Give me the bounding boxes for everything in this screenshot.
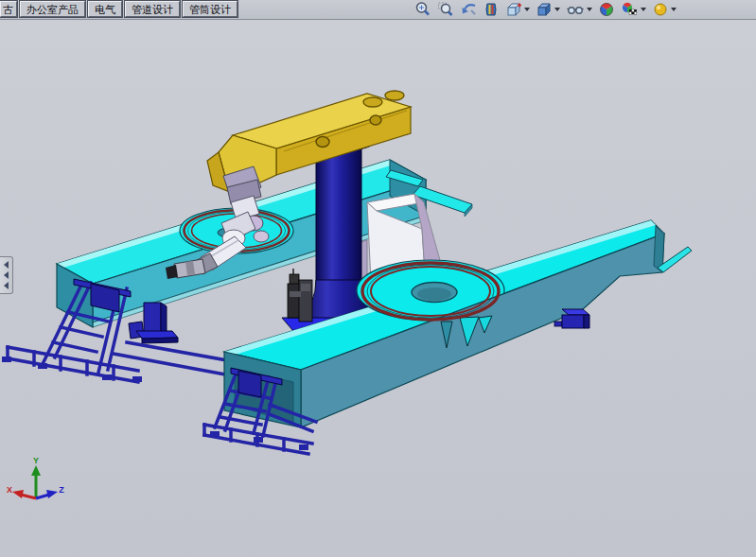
triad-y-label: Y: [33, 456, 39, 465]
column-control-device[interactable]: [288, 269, 312, 322]
apply-scene-glyph: [621, 1, 639, 18]
view-orientation-dropdown-caret[interactable]: [524, 8, 530, 11]
view-settings-glyph: [652, 1, 669, 18]
triad-z-label: Z: [59, 485, 64, 495]
edit-appearance-glyph: [598, 1, 615, 18]
edit-appearance-icon[interactable]: [598, 1, 615, 18]
apply-scene-icon[interactable]: [621, 1, 646, 18]
collapse-left-icon: [4, 271, 9, 279]
left-support-stand[interactable]: [2, 279, 254, 382]
heads-up-view-toolbar: [414, 1, 677, 18]
command-manager-bar: 古 办公室产品 电气 管道设计 管筒设计: [0, 0, 756, 20]
tab-piping-design[interactable]: 管道设计: [125, 1, 180, 17]
zoom-to-area-icon[interactable]: [437, 1, 454, 18]
zoom-to-area-glyph: [437, 1, 454, 18]
hide-show-items-glyph: [566, 1, 585, 18]
view-orientation-icon[interactable]: [505, 1, 530, 18]
section-view-glyph: [483, 1, 500, 18]
zoom-to-fit-glyph: [414, 1, 431, 18]
collapse-left-icon: [4, 282, 9, 289]
view-settings-dropdown-caret[interactable]: [671, 8, 677, 11]
view-settings-icon[interactable]: [652, 1, 677, 18]
hide-show-items-icon[interactable]: [566, 1, 592, 18]
tab-partial[interactable]: 古: [0, 1, 17, 17]
solidworks-window: { "ribbon": { "tabs": [ {"label": "古"}, …: [0, 0, 756, 557]
previous-view-glyph: [460, 1, 477, 18]
graphics-area[interactable]: Y X Z: [0, 0, 756, 557]
collapse-left-icon: [4, 261, 9, 269]
ribbon-tabs: 古 办公室产品 电气 管道设计 管筒设计: [0, 0, 240, 19]
apply-scene-dropdown-caret[interactable]: [641, 8, 646, 11]
view-orientation-glyph: [505, 1, 522, 18]
zoom-to-fit-icon[interactable]: [414, 1, 431, 18]
tab-office-products[interactable]: 办公室产品: [20, 1, 85, 17]
display-style-icon[interactable]: [536, 1, 560, 18]
triad-x-label: X: [7, 485, 12, 495]
tab-electrical[interactable]: 电气: [88, 1, 122, 17]
section-view-icon[interactable]: [483, 1, 500, 18]
display-style-dropdown-caret[interactable]: [554, 8, 560, 11]
hide-show-items-dropdown-caret[interactable]: [587, 8, 592, 11]
previous-view-icon[interactable]: [460, 1, 477, 18]
display-style-glyph: [536, 1, 553, 18]
feature-panel-splitter[interactable]: [0, 256, 13, 294]
orientation-triad: Y X Z: [7, 456, 64, 498]
tab-tubing-design[interactable]: 管筒设计: [183, 1, 237, 17]
